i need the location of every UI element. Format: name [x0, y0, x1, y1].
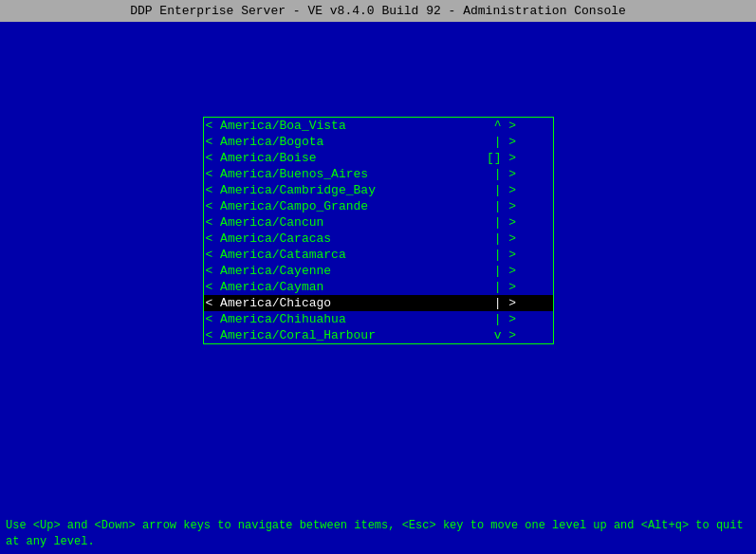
list-item[interactable]: < America/Boise [] > [204, 150, 553, 166]
list-item[interactable]: < America/Caracas | > [204, 231, 553, 247]
main-content: < America/Boa_Vista ^ >< America/Bogota … [0, 22, 756, 344]
timezone-list[interactable]: < America/Boa_Vista ^ >< America/Bogota … [203, 117, 554, 344]
list-item[interactable]: < America/Cancun | > [204, 214, 553, 231]
list-item[interactable]: < America/Coral_Harbour v > [204, 327, 553, 343]
title-bar: DDP Enterprise Server - VE v8.4.0 Build … [0, 0, 756, 22]
list-item[interactable]: < America/Cayenne | > [204, 263, 553, 279]
list-item[interactable]: < America/Chihuahua | > [204, 311, 553, 327]
list-item[interactable]: < America/Campo_Grande | > [204, 198, 553, 214]
list-item[interactable]: < America/Cambridge_Bay | > [204, 182, 553, 198]
list-item[interactable]: < America/Catamarca | > [204, 247, 553, 263]
list-item[interactable]: < America/Boa_Vista ^ > [204, 118, 553, 134]
status-bar: Use <Up> and <Down> arrow keys to naviga… [0, 514, 756, 554]
list-item[interactable]: < America/Cayman | > [204, 279, 553, 295]
list-item[interactable]: < America/Bogota | > [204, 134, 553, 150]
title-text: DDP Enterprise Server - VE v8.4.0 Build … [130, 4, 626, 18]
list-item[interactable]: < America/Chicago | > [204, 295, 553, 311]
list-item[interactable]: < America/Buenos_Aires | > [204, 166, 553, 182]
status-text: Use <Up> and <Down> arrow keys to naviga… [6, 519, 744, 548]
